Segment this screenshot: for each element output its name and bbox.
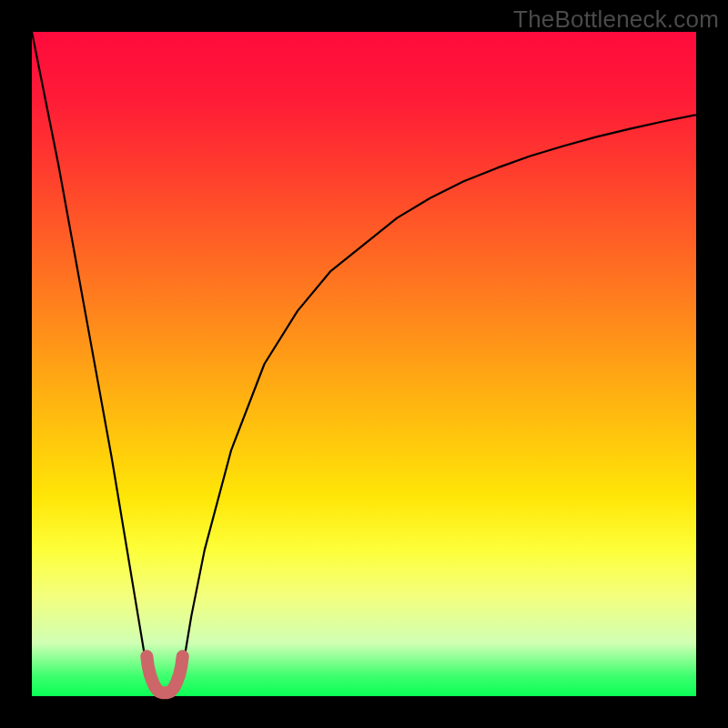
chart-plot-area [32,32,696,696]
min-marker [147,656,182,693]
bottleneck-curve [32,32,696,696]
chart-frame: TheBottleneck.com [0,0,728,728]
watermark-text: TheBottleneck.com [513,5,719,34]
chart-svg [32,32,696,696]
